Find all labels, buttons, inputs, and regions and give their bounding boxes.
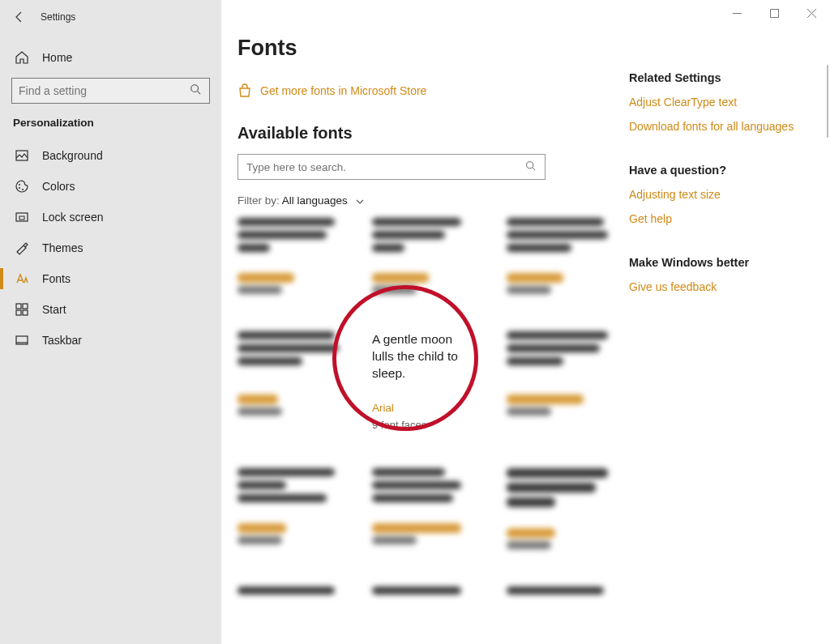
- sidebar-item-label: Themes: [42, 241, 83, 254]
- settings-window: Settings Home Personalization Background…: [0, 0, 830, 644]
- content-column: Fonts Get more fonts in Microsoft Store …: [237, 36, 613, 644]
- sidebar-header: Settings: [0, 0, 221, 34]
- right-rail: Related Settings Adjust ClearType text D…: [629, 36, 807, 644]
- font-search-input[interactable]: [246, 161, 525, 173]
- sidebar-nav: Background Colors Lock screen Themes Fon…: [0, 140, 221, 356]
- sidebar-item-label: Background: [42, 149, 103, 162]
- sidebar-item-lockscreen[interactable]: Lock screen: [0, 202, 221, 232]
- search-icon: [190, 83, 203, 98]
- fonts-icon: [15, 271, 29, 286]
- home-button[interactable]: Home: [0, 42, 221, 73]
- sidebar-item-fonts[interactable]: Fonts: [0, 263, 221, 294]
- svg-point-0: [191, 85, 199, 92]
- picture-icon: [15, 148, 29, 163]
- store-link-label: Get more fonts in Microsoft Store: [260, 84, 426, 97]
- svg-rect-15: [770, 9, 778, 17]
- font-card-blurred[interactable]: [237, 468, 359, 549]
- link-get-help[interactable]: Get help: [629, 212, 807, 225]
- feedback-heading: Make Windows better: [629, 256, 807, 269]
- lockscreen-icon: [15, 210, 29, 224]
- font-grid: A gentle moon lulls the child to sleep. …: [237, 218, 613, 599]
- sidebar-item-label: Start: [42, 303, 66, 316]
- main-content: Fonts Get more fonts in Microsoft Store …: [221, 0, 830, 644]
- feedback-section: Make Windows better Give us feedback: [629, 256, 807, 293]
- filter-label: Filter by:: [237, 194, 282, 207]
- vertical-scrollbar[interactable]: [819, 65, 830, 644]
- available-fonts-heading: Available fonts: [237, 124, 613, 143]
- link-download-fonts[interactable]: Download fonts for all languages: [629, 120, 807, 133]
- font-card-blurred[interactable]: [507, 218, 628, 294]
- svg-rect-11: [23, 310, 28, 315]
- search-icon: [525, 160, 537, 174]
- filter-dropdown[interactable]: Filter by: All languages: [237, 194, 613, 207]
- store-link[interactable]: Get more fonts in Microsoft Store: [237, 83, 613, 98]
- maximize-button[interactable]: [755, 0, 793, 26]
- sidebar-item-label: Fonts: [42, 272, 71, 285]
- store-icon: [237, 83, 252, 98]
- sidebar-section-label: Personalization: [0, 112, 221, 140]
- font-card-blurred[interactable]: [372, 586, 494, 599]
- related-settings-heading: Related Settings: [629, 71, 807, 84]
- sidebar-item-colors[interactable]: Colors: [0, 171, 221, 202]
- font-preview-text: A gentle moon lulls the child to sleep.: [372, 331, 477, 382]
- svg-point-5: [22, 189, 24, 190]
- themes-icon: [15, 241, 29, 255]
- page-title: Fonts: [237, 36, 613, 61]
- svg-line-1: [198, 92, 201, 95]
- question-heading: Have a question?: [629, 164, 807, 177]
- palette-icon: [15, 179, 29, 194]
- font-card-blurred[interactable]: [507, 468, 628, 549]
- chevron-down-icon: [356, 194, 364, 207]
- question-section: Have a question? Adjusting text size Get…: [629, 164, 807, 225]
- sidebar-search-input[interactable]: [19, 84, 190, 97]
- font-card-arial[interactable]: A gentle moon lulls the child to sleep. …: [372, 331, 494, 431]
- svg-rect-10: [16, 310, 21, 315]
- link-adjust-cleartype[interactable]: Adjust ClearType text: [629, 96, 807, 109]
- sidebar-item-background[interactable]: Background: [0, 140, 221, 171]
- font-card-blurred[interactable]: [507, 586, 628, 599]
- window-controls: [718, 0, 830, 26]
- font-card-blurred[interactable]: [507, 331, 628, 431]
- svg-rect-8: [16, 304, 21, 309]
- font-faces-count: 9 font faces: [372, 419, 494, 431]
- window-title: Settings: [41, 11, 75, 23]
- svg-rect-9: [23, 304, 28, 309]
- minimize-button[interactable]: [718, 0, 755, 26]
- home-icon: [15, 50, 29, 65]
- sidebar-item-label: Taskbar: [42, 334, 82, 347]
- sidebar-item-label: Lock screen: [42, 211, 103, 224]
- close-button[interactable]: [793, 0, 830, 26]
- link-feedback[interactable]: Give us feedback: [629, 280, 807, 293]
- related-settings-section: Related Settings Adjust ClearType text D…: [629, 71, 807, 133]
- back-icon[interactable]: [13, 11, 26, 23]
- font-card-blurred[interactable]: [237, 218, 359, 294]
- sidebar-search[interactable]: [11, 78, 210, 104]
- svg-line-19: [533, 168, 535, 170]
- sidebar-item-start[interactable]: Start: [0, 294, 221, 325]
- font-card-blurred[interactable]: [237, 331, 359, 431]
- svg-point-4: [19, 187, 20, 189]
- taskbar-icon: [15, 333, 29, 348]
- sidebar-item-label: Colors: [42, 180, 75, 193]
- sidebar-item-themes[interactable]: Themes: [0, 232, 221, 263]
- svg-point-18: [527, 162, 533, 168]
- start-icon: [15, 302, 29, 317]
- home-label: Home: [42, 51, 72, 64]
- sidebar-item-taskbar[interactable]: Taskbar: [0, 325, 221, 356]
- font-card-blurred[interactable]: [372, 218, 494, 294]
- font-card-blurred[interactable]: [237, 586, 359, 599]
- svg-rect-7: [19, 216, 24, 220]
- font-card-blurred[interactable]: [372, 468, 494, 549]
- svg-point-3: [19, 184, 20, 186]
- filter-value: All languages: [282, 194, 348, 207]
- sidebar: Settings Home Personalization Background…: [0, 0, 221, 644]
- link-text-size[interactable]: Adjusting text size: [629, 188, 807, 201]
- font-name: Arial: [372, 402, 494, 414]
- font-search[interactable]: [237, 154, 545, 180]
